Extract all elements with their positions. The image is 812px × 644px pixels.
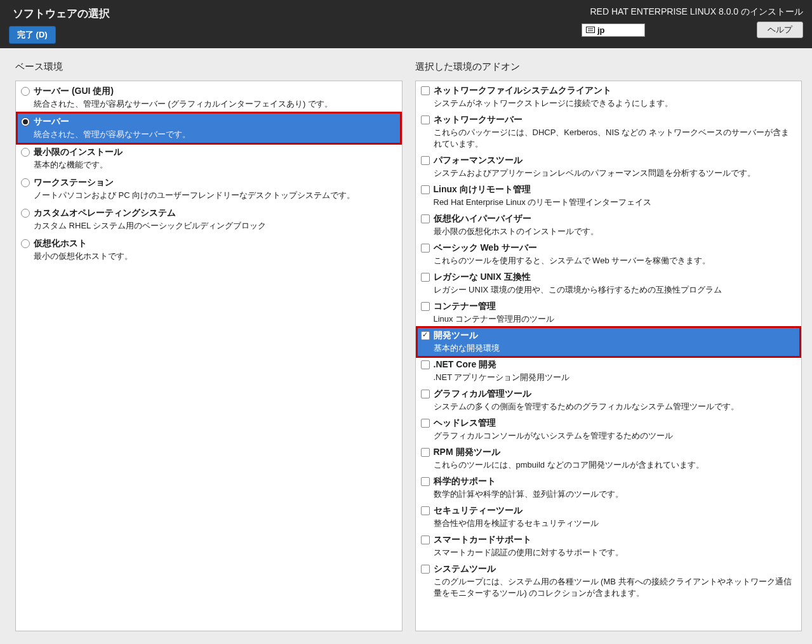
addon-checkbox[interactable] [421,448,430,457]
addon-checkbox[interactable] [421,360,430,369]
base-env-item[interactable]: 仮想化ホスト最小の仮想化ホストです。 [17,235,401,265]
base-env-item[interactable]: カスタムオペレーティングシステムカスタム RHEL システム用のベーシックビルデ… [17,204,401,235]
addon-item[interactable]: 科学的サポート数学的計算や科学的計算、並列計算のツールです。 [417,473,801,503]
addon-checkbox[interactable] [421,419,430,428]
addon-desc: 数学的計算や科学的計算、並列計算のツールです。 [434,489,795,500]
base-env-text: カスタムオペレーティングシステムカスタム RHEL システム用のベーシックビルデ… [34,207,396,232]
addon-desc: システムの多くの側面を管理するためのグラフィカルなシステム管理ツールです。 [434,401,795,412]
addon-checkbox[interactable] [421,86,430,95]
addon-text: グラフィカル管理ツールシステムの多くの側面を管理するためのグラフィカルなシステム… [434,388,795,412]
base-env-desc: ノートパソコンおよび PC 向けのユーザーフレンドリーなデスクトップシステムです… [34,190,396,201]
addon-desc: 最小限の仮想化ホストのインストールです。 [434,226,795,237]
addon-label: レガシーな UNIX 互換性 [434,272,795,283]
addon-item[interactable]: ベーシック Web サーバーこれらのツールを使用すると、システムで Web サー… [417,240,801,269]
addon-checkbox[interactable] [421,244,430,253]
addons-title: 選択した環境のアドオン [415,61,802,73]
addon-text: ヘッドレス管理グラフィカルコンソールがないシステムを管理するためのツール [434,417,795,442]
addon-text: ベーシック Web サーバーこれらのツールを使用すると、システムで Web サー… [434,242,795,266]
addon-item[interactable]: 開発ツール基本的な開発環境 [417,327,801,357]
addon-desc: レガシー UNIX 環境の使用や、この環境から移行するための互換性プログラム [434,284,795,296]
base-env-radio[interactable] [21,178,30,187]
base-env-desc: 統合された、管理が容易なサーバー (グラフィカルインターフェイスあり) です。 [34,98,396,110]
addon-label: 開発ツール [434,330,795,341]
addon-desc: このグループには、システム用の各種ツール (MB 共有への接続クライアントやネッ… [434,576,795,599]
addon-text: 仮想化ハイパーバイザー最小限の仮想化ホストのインストールです。 [434,213,795,237]
addon-text: ネットワークファイルシステムクライアントシステムがネットワークストレージに接続で… [434,85,795,109]
addon-desc: Red Hat Enterprise Linux のリモート管理インターフェイス [434,197,795,208]
base-env-radio[interactable] [21,239,30,248]
addon-checkbox[interactable] [421,156,430,165]
addon-item[interactable]: ネットワークサーバーこれらのパッケージには、DHCP、Kerberos、NIS … [417,112,801,152]
addon-label: ネットワークファイルシステムクライアント [434,85,795,96]
main: ベース環境 サーバー (GUI 使用)統合された、管理が容易なサーバー (グラフ… [0,48,812,644]
addon-checkbox[interactable] [421,565,430,574]
addon-checkbox[interactable] [421,302,430,311]
page-title: ソフトウェアの選択 [9,4,110,21]
base-env-label: ワークステーション [34,177,396,188]
addon-label: Linux 向けリモート管理 [434,184,795,195]
addon-desc: スマートカード認証の使用に対するサポートです。 [434,547,795,558]
header-left: ソフトウェアの選択 完了 (D) [9,4,110,44]
base-env-text: 最小限のインストール基本的な機能です。 [34,147,396,171]
addon-checkbox[interactable] [421,214,430,223]
addon-item[interactable]: グラフィカル管理ツールシステムの多くの側面を管理するためのグラフィカルなシステム… [417,386,801,415]
header: ソフトウェアの選択 完了 (D) RED HAT ENTERPRISE LINU… [0,0,812,48]
addon-item[interactable]: セキュリティーツール整合性や信用を検証するセキュリティツール [417,503,801,532]
addon-item[interactable]: パフォーマンスツールシステムおよびアプリケーションレベルのパフォーマンス問題を分… [417,152,801,181]
base-env-label: 仮想化ホスト [34,238,396,249]
addon-item[interactable]: .NET Core 開発.NET アプリケーション開発用ツール [417,357,801,386]
addon-item[interactable]: 仮想化ハイパーバイザー最小限の仮想化ホストのインストールです。 [417,211,801,240]
addon-label: セキュリティーツール [434,505,795,516]
header-row2: jp ヘルプ [582,22,803,38]
addon-label: ネットワークサーバー [434,114,795,126]
base-env-list[interactable]: サーバー (GUI 使用)統合された、管理が容易なサーバー (グラフィカルインタ… [15,81,403,631]
addon-checkbox[interactable] [421,273,430,282]
addon-text: レガシーな UNIX 互換性レガシー UNIX 環境の使用や、この環境から移行す… [434,272,795,296]
addon-desc: .NET アプリケーション開発用ツール [434,372,795,383]
addon-checkbox[interactable] [421,390,430,398]
addon-label: グラフィカル管理ツール [434,388,795,400]
help-button[interactable]: ヘルプ [757,22,803,38]
addon-label: スマートカードサポート [434,534,795,546]
addon-item[interactable]: Linux 向けリモート管理Red Hat Enterprise Linux の… [417,181,801,211]
addon-text: セキュリティーツール整合性や信用を検証するセキュリティツール [434,505,795,529]
base-env-item[interactable]: 最小限のインストール基本的な機能です。 [17,143,401,174]
addon-list[interactable]: ネットワークファイルシステムクライアントシステムがネットワークストレージに接続で… [415,81,802,631]
addon-desc: システムおよびアプリケーションレベルのパフォーマンス問題を分析するツールです。 [434,168,795,179]
addon-checkbox[interactable] [421,477,430,486]
header-right: RED HAT ENTERPRISE LINUX 8.0.0 のインストール j… [582,4,803,38]
addon-item[interactable]: スマートカードサポートスマートカード認証の使用に対するサポートです。 [417,532,801,561]
base-env-item[interactable]: ワークステーションノートパソコンおよび PC 向けのユーザーフレンドリーなデスク… [17,174,401,204]
addon-label: パフォーマンスツール [434,155,795,166]
addon-checkbox[interactable] [421,115,430,124]
addon-checkbox[interactable] [421,506,430,515]
addon-text: システムツールこのグループには、システム用の各種ツール (MB 共有への接続クラ… [434,563,795,599]
addon-checkbox[interactable] [421,536,430,544]
addon-checkbox[interactable] [421,185,430,194]
base-env-item[interactable]: サーバー (GUI 使用)統合された、管理が容易なサーバー (グラフィカルインタ… [17,82,401,113]
base-env-text: ワークステーションノートパソコンおよび PC 向けのユーザーフレンドリーなデスク… [34,177,396,201]
base-env-item[interactable]: サーバー統合された、管理が容易なサーバーです。 [17,113,401,143]
addon-checkbox[interactable] [421,331,430,340]
install-title: RED HAT ENTERPRISE LINUX 8.0.0 のインストール [590,6,803,18]
addon-desc: システムがネットワークストレージに接続できるようにします。 [434,98,795,109]
base-env-radio[interactable] [21,87,30,96]
done-button[interactable]: 完了 (D) [9,26,56,44]
addon-item[interactable]: ネットワークファイルシステムクライアントシステムがネットワークストレージに接続で… [417,82,801,112]
addon-text: コンテナー管理Linux コンテナー管理用のツール [434,301,795,325]
keyboard-indicator[interactable]: jp [582,23,645,37]
addon-label: 科学的サポート [434,476,795,487]
addon-item[interactable]: ヘッドレス管理グラフィカルコンソールがないシステムを管理するためのツール [417,415,801,444]
base-env-radio[interactable] [21,117,30,126]
addon-desc: 基本的な開発環境 [434,343,795,354]
addon-item[interactable]: RPM 開発ツールこれらのツールには、pmbuild などのコア開発ツールが含ま… [417,444,801,473]
addon-item[interactable]: レガシーな UNIX 互換性レガシー UNIX 環境の使用や、この環境から移行す… [417,269,801,298]
base-env-text: サーバー (GUI 使用)統合された、管理が容易なサーバー (グラフィカルインタ… [34,86,396,110]
base-env-label: サーバー [34,116,396,128]
base-env-radio[interactable] [21,148,30,157]
addon-desc: グラフィカルコンソールがないシステムを管理するためのツール [434,430,795,442]
addons-column: 選択した環境のアドオン ネットワークファイルシステムクライアントシステムがネット… [415,61,802,631]
base-env-radio[interactable] [21,209,30,218]
addon-item[interactable]: コンテナー管理Linux コンテナー管理用のツール [417,298,801,327]
addon-item[interactable]: システムツールこのグループには、システム用の各種ツール (MB 共有への接続クラ… [417,561,801,601]
